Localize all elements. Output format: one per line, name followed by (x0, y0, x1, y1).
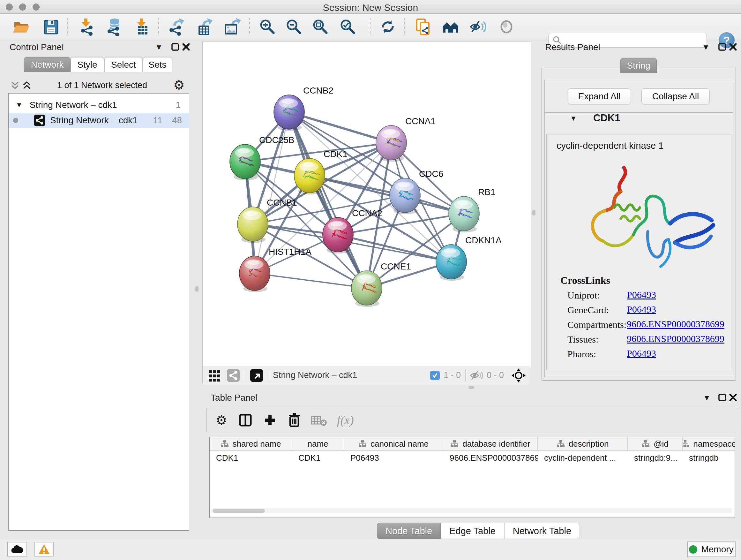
network-thumb-icon[interactable] (226, 368, 240, 382)
tab-network-table[interactable]: Network Table (504, 523, 580, 539)
warning-status-button[interactable] (35, 542, 54, 557)
collapse-all-icon[interactable] (10, 80, 19, 90)
crosslink-compartments-link[interactable]: 9606.ENSP00000378699 (627, 319, 724, 329)
export-table-icon[interactable] (195, 18, 213, 36)
zoom-selected-icon[interactable] (339, 18, 357, 36)
crosslink-pharos-link[interactable]: P06493 (627, 348, 656, 359)
column-header[interactable]: description (538, 437, 628, 450)
table-panel-close-icon[interactable] (729, 393, 737, 401)
table-panel-collapse-icon[interactable]: ▼ (703, 393, 711, 402)
column-header[interactable]: database identifier (443, 437, 538, 450)
export-image-icon[interactable] (223, 18, 241, 36)
clone-network-icon[interactable] (414, 18, 432, 36)
shared-column-icon (358, 440, 367, 448)
hidden-eye-icon[interactable] (470, 370, 483, 381)
table-panel-title: Table Panel (211, 393, 257, 403)
node-label-rb1: RB1 (478, 187, 495, 197)
import-network-icon[interactable] (77, 18, 95, 36)
string-network-graph[interactable]: CCNB2CCNA1CDC25BCDK1CDC6RB1CCNB1CCNA2CDK… (203, 42, 531, 367)
node-label-ccna1: CCNA1 (405, 116, 435, 126)
column-header[interactable]: shared name (210, 437, 292, 450)
tab-edge-table[interactable]: Edge Table (441, 523, 504, 539)
crosslink-label: Uniprot: (567, 290, 600, 301)
control-panel-float-icon[interactable] (171, 43, 179, 51)
tab-string[interactable]: String (620, 58, 657, 73)
hidden-counts: 0 - 0 (487, 370, 504, 380)
crosslink-tissues-link[interactable]: 9606.ENSP00000378699 (627, 333, 724, 344)
node-ccnb1[interactable]: CCNB1 (238, 198, 297, 243)
table-horizontal-scrollbar[interactable] (211, 508, 732, 513)
grid-view-icon[interactable] (208, 368, 222, 382)
network-collection-row[interactable]: ▼ String Network – cdk1 1 (9, 98, 189, 113)
node-ccne1[interactable]: CCNE1 (351, 261, 411, 307)
expand-all-icon[interactable] (22, 80, 31, 90)
show-graphics-icon[interactable] (497, 18, 515, 36)
tab-node-table[interactable]: Node Table (377, 523, 441, 539)
separator (268, 369, 268, 382)
save-icon[interactable] (42, 18, 60, 36)
network-options-gear-icon[interactable]: ⚙ (173, 78, 185, 91)
hide-unhide-icon[interactable] (469, 18, 487, 36)
tab-network[interactable]: Network (24, 57, 71, 72)
zoom-in-icon[interactable] (259, 18, 276, 36)
node-label-cdc25b: CDC25B (259, 135, 294, 145)
left-splitter-handle[interactable] (195, 286, 199, 292)
open-folder-icon[interactable] (12, 18, 30, 36)
zoom-out-icon[interactable] (285, 18, 303, 36)
toolbar-separator (404, 18, 405, 36)
refresh-layout-icon[interactable] (379, 18, 397, 36)
network-row-selected[interactable]: String Network – cdk1 11 48 (9, 113, 189, 128)
expand-all-button[interactable]: Expand All (568, 88, 631, 105)
control-panel-close-icon[interactable] (182, 43, 190, 51)
node-table[interactable]: shared name name canonical name database… (209, 437, 735, 518)
node-hist1h1a[interactable]: HIST1H1A (239, 247, 312, 292)
zoom-fit-icon[interactable] (312, 18, 329, 36)
node-ccnb2[interactable]: CCNB2 (274, 85, 333, 131)
results-panel-float-icon[interactable] (718, 43, 726, 51)
collapse-all-button[interactable]: Collapse All (642, 88, 710, 105)
selected-checkbox-icon[interactable] (430, 371, 440, 380)
show-columns-icon[interactable] (238, 413, 253, 428)
import-table-icon[interactable] (133, 18, 151, 36)
protein-collapse-icon[interactable]: ▼ (570, 114, 577, 123)
column-header[interactable]: name (292, 437, 344, 450)
node-ccna1[interactable]: CCNA1 (376, 116, 435, 162)
crosslink-genecard-link[interactable]: P06493 (627, 304, 656, 315)
delete-column-icon[interactable] (287, 413, 301, 428)
tab-select[interactable]: Select (105, 57, 143, 72)
node-cdkn1a[interactable]: CDKN1A (436, 235, 502, 281)
current-network-dot-icon (13, 118, 18, 123)
collection-count: 1 (176, 100, 181, 110)
network-canvas[interactable]: CCNB2CCNA1CDC25BCDK1CDC6RB1CCNB1CCNA2CDK… (202, 42, 531, 367)
collection-expand-icon[interactable]: ▼ (16, 101, 23, 109)
cloud-icon (11, 545, 23, 554)
table-options-gear-icon[interactable]: ⚙ (216, 414, 227, 427)
node-rb1[interactable]: RB1 (449, 187, 495, 233)
results-panel-close-icon[interactable] (729, 43, 737, 51)
scrollbar-thumb[interactable] (213, 509, 265, 513)
table-row[interactable]: CDK1 CDK1 P06493 9606.ENSP00000378699 cy… (210, 451, 735, 465)
column-header[interactable]: canonical name (344, 437, 443, 450)
export-network-icon[interactable] (167, 18, 185, 36)
tab-sets[interactable]: Sets (143, 57, 172, 72)
string-home-icon[interactable] (442, 18, 460, 36)
node-cdc25b[interactable]: CDC25B (230, 135, 294, 180)
cloud-status-button[interactable] (7, 542, 27, 557)
warning-icon (38, 544, 50, 555)
import-network-database-icon[interactable] (105, 18, 122, 36)
control-panel-collapse-icon[interactable]: ▼ (155, 43, 163, 52)
column-header[interactable]: @id (628, 437, 683, 450)
memory-button[interactable]: Memory (687, 542, 736, 557)
crosslink-uniprot-link[interactable]: P06493 (627, 289, 656, 300)
delete-table-icon[interactable] (311, 414, 327, 427)
right-splitter-handle[interactable] (532, 210, 536, 215)
bottom-splitter-handle[interactable] (468, 386, 474, 389)
birds-eye-toggle-icon[interactable] (250, 368, 264, 382)
table-panel-float-icon[interactable] (718, 393, 726, 401)
results-panel-collapse-icon[interactable]: ▼ (702, 43, 710, 52)
function-builder-icon[interactable]: f(x) (337, 413, 354, 427)
column-header[interactable]: namespace (683, 437, 735, 450)
fit-selection-crosshair-icon[interactable] (511, 368, 526, 383)
tab-style[interactable]: Style (71, 57, 104, 72)
create-column-icon[interactable] (263, 413, 277, 427)
